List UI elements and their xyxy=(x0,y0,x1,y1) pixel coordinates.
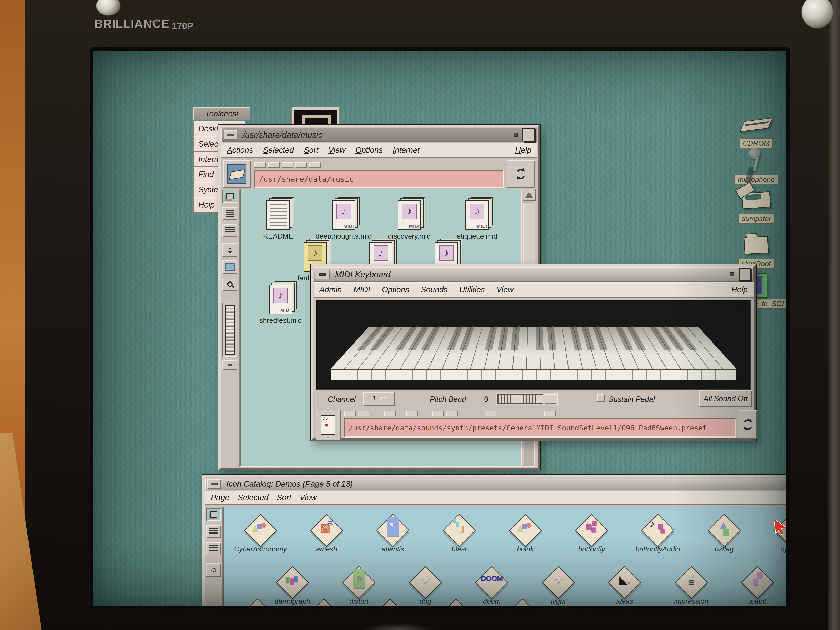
catalog-item[interactable]: ◆◆ xyxy=(489,598,556,609)
preset-segment-tabs[interactable] xyxy=(344,411,556,416)
file-manager-menu-internet[interactable]: Internet xyxy=(393,145,420,155)
icon-view-button[interactable] xyxy=(223,189,237,203)
all-sound-off-button[interactable]: All Sound Off xyxy=(699,390,752,407)
file-item[interactable]: shredfest.mid xyxy=(247,284,314,324)
file-manager-menu-view[interactable]: View xyxy=(328,145,346,155)
column-view-button[interactable] xyxy=(206,542,221,556)
sort-options-button[interactable] xyxy=(223,261,237,274)
brand-rgb-swoosh-icon xyxy=(149,21,152,22)
catalog-item-impression[interactable]: ●≡impression xyxy=(658,565,725,605)
desktop-icon-dumpster[interactable]: dumpster xyxy=(721,187,790,224)
file-manager-menu-selected[interactable]: Selected xyxy=(263,145,294,155)
search-button[interactable] xyxy=(223,278,237,291)
midi-keyboard-menu-utilities[interactable]: Utilities xyxy=(459,285,485,294)
preset-path-input[interactable]: /usr/share/data/sounds/synth/presets/Gen… xyxy=(344,418,736,437)
midi-keyboard-menu-view[interactable]: View xyxy=(496,285,513,294)
file-manager-titlebar[interactable]: /usr/share/data/music xyxy=(221,128,537,142)
piano-keyboard[interactable] xyxy=(331,327,736,369)
catalog-item-bzflag[interactable]: ▲▆bzflag xyxy=(691,513,758,553)
file-manager-menu-options[interactable]: Options xyxy=(355,145,383,155)
catalog-item-ideas[interactable]: ◣●ideas xyxy=(592,565,658,605)
catalog-item-boink[interactable]: ●■▲boink xyxy=(492,513,559,553)
icon-catalog-menu-page[interactable]: Page xyxy=(211,493,229,502)
window-dot-button[interactable] xyxy=(730,272,734,276)
pitch-bend-value: 0 xyxy=(484,395,488,404)
magic-carpet-icon xyxy=(440,598,473,609)
scroll-thumbwheel[interactable] xyxy=(223,303,237,357)
midi-controls: Channel 1 Pitch Bend 0 Sustain Pedal All… xyxy=(316,390,751,408)
catalog-item[interactable]: ∫ xyxy=(224,598,291,609)
monitor-bezel-highlight xyxy=(828,0,840,630)
catalog-item-blast[interactable]: ◆▚▌blast xyxy=(426,513,493,553)
magic-carpet-icon xyxy=(475,566,508,599)
preset-recycle-button[interactable] xyxy=(739,410,757,439)
dumpster-icon xyxy=(721,187,790,214)
icon-catalog-menu-view[interactable]: View xyxy=(300,493,317,502)
window-minimize-button[interactable] xyxy=(224,130,237,140)
icon-catalog-title: Icon Catalog: Demos (Page 5 of 13) xyxy=(226,480,353,488)
file-item[interactable]: etiquette.mid xyxy=(444,201,510,240)
icon-view-button[interactable] xyxy=(206,508,221,521)
catalog-item-atlantis[interactable]: █◥atlantis xyxy=(360,513,426,553)
catalog-item[interactable]: ✈ xyxy=(291,598,357,609)
midi-keyboard-menu-admin[interactable]: Admin xyxy=(319,285,342,294)
toolchest-titlebar[interactable]: Toolchest xyxy=(193,107,250,120)
file-icon-midi xyxy=(332,201,355,230)
list-view-button[interactable] xyxy=(223,207,237,220)
file-item[interactable]: README xyxy=(245,201,311,240)
path-input[interactable]: /usr/share/data/music xyxy=(254,170,504,188)
folder-button[interactable] xyxy=(223,160,251,188)
window-minimize-button[interactable] xyxy=(207,479,221,489)
file-item[interactable]: deepthoughts.mid xyxy=(310,201,377,240)
preset-path-value: /usr/share/data/sounds/synth/presets/Gen… xyxy=(349,424,707,432)
thumbnail-view-button[interactable]: ☺ xyxy=(206,563,221,577)
path-segment-tabs[interactable] xyxy=(254,162,321,167)
catalog-item-amesh[interactable]: ▧≈amesh xyxy=(293,513,360,553)
catalog-item[interactable]: ✈ xyxy=(357,598,423,609)
file-item[interactable]: discovery.mid xyxy=(376,201,443,240)
brand-model: 170P xyxy=(172,21,193,31)
midi-keyboard-menu-sounds[interactable]: Sounds xyxy=(421,285,448,294)
catalog-item-ipaint[interactable]: ▞ipaint xyxy=(725,565,790,605)
scroll-up-button[interactable] xyxy=(523,189,535,201)
icon-catalog-titlebar[interactable]: Icon Catalog: Demos (Page 5 of 13) xyxy=(205,477,790,490)
file-manager-menu-actions[interactable]: Actions xyxy=(227,145,253,155)
catalog-item-buttonflyAudio[interactable]: ♪▩▩buttonflyAudio xyxy=(625,513,691,553)
catalog-item[interactable]: ▲▲ xyxy=(423,598,489,609)
icon-catalog-menu-selected[interactable]: Selected xyxy=(238,493,268,502)
desktop-icon-cdrom[interactable]: CDROM xyxy=(721,111,790,148)
recycle-icon xyxy=(742,417,754,432)
desktop-icon-unixroot[interactable]: UnixRoot xyxy=(721,232,790,268)
window-maximize-button[interactable] xyxy=(739,268,751,281)
desktop-icon-label: dumpster xyxy=(738,214,774,224)
midi-keyboard-menu-help[interactable]: Help xyxy=(731,285,748,294)
desktop-icon-microphone[interactable]: microphone xyxy=(721,147,790,185)
catalog-item-buttonfly[interactable]: ▩▩▩buttonfly xyxy=(558,513,625,553)
midi-keyboard-menu-midi[interactable]: MIDI xyxy=(354,285,370,294)
midi-keyboard-titlebar[interactable]: MIDI Keyboard xyxy=(314,267,753,282)
thumbwheel-home-button[interactable] xyxy=(223,360,237,370)
file-manager-menu-help[interactable]: Help xyxy=(515,145,532,155)
channel-select[interactable]: 1 xyxy=(363,392,395,406)
window-minimize-button[interactable] xyxy=(316,270,330,279)
channel-label: Channel xyxy=(328,395,355,404)
piano-black-key-shadow xyxy=(536,327,543,350)
icon-glyph: ✈ xyxy=(385,607,395,609)
file-manager-menu-sort[interactable]: Sort xyxy=(304,145,319,155)
column-view-button[interactable] xyxy=(223,224,237,237)
piano-key-fronts xyxy=(331,369,736,381)
recycle-button[interactable] xyxy=(507,160,535,188)
icon-catalog-menu-sort[interactable]: Sort xyxy=(277,493,292,502)
thumbnail-view-button[interactable]: ☺ xyxy=(223,243,237,257)
midi-keyboard-menu-options[interactable]: Options xyxy=(382,285,409,294)
window-dot-button[interactable] xyxy=(514,133,518,137)
list-view-button[interactable] xyxy=(206,525,221,538)
sustain-pedal-checkbox[interactable] xyxy=(597,394,605,402)
preset-file-icon[interactable] xyxy=(316,410,341,441)
file-label: discovery.mid xyxy=(376,232,443,240)
window-maximize-button[interactable] xyxy=(523,128,535,142)
midi-keyboard-menubar: AdminMIDIOptionsSoundsUtilitiesViewHelp xyxy=(314,282,753,297)
catalog-item-CyberAstronomy[interactable]: ●■▲CyberAstronomy xyxy=(227,513,294,553)
pitch-bend-slider[interactable] xyxy=(496,393,558,406)
mouse-cursor xyxy=(774,519,786,535)
